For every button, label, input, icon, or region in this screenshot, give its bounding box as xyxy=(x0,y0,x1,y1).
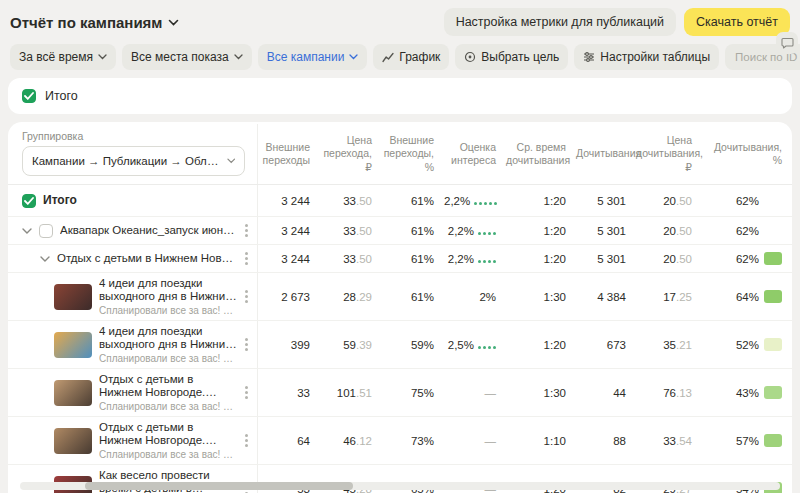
metric-cell: 61% xyxy=(382,225,444,237)
row-menu-button[interactable] xyxy=(244,288,249,305)
metric-cell: 5 301 xyxy=(576,195,636,207)
metric-cell: 20.50 xyxy=(636,195,702,207)
row-title: 4 идеи для поездки выходного дня в Нижни… xyxy=(99,325,237,351)
row-title: Отдых с детьми в Нижнем Новгороде. Успет… xyxy=(99,421,237,447)
metric-cell: 75% xyxy=(382,387,444,399)
row-menu-button[interactable] xyxy=(244,384,249,401)
top-bar: Отчёт по кампаниям Настройка метрики для… xyxy=(0,0,800,40)
metric-cell: 33.54 xyxy=(636,435,702,447)
chat-button[interactable] xyxy=(776,32,798,54)
metric-cell: 1:20 xyxy=(506,253,576,265)
metric-cell: 17.25 xyxy=(636,291,702,303)
row-menu-button[interactable] xyxy=(244,336,249,353)
metric-cell: 2,2% xyxy=(444,253,506,265)
metric-cell: 1:20 xyxy=(506,339,576,351)
row-menu-button[interactable] xyxy=(244,250,249,267)
metric-cell: 673 xyxy=(576,339,636,351)
scrollbar-thumb[interactable] xyxy=(85,482,353,490)
metric-cell: 33.50 xyxy=(320,225,382,237)
metric-cell: 1:20 xyxy=(506,225,576,237)
metric-cell: 2,2% xyxy=(444,195,506,207)
horizontal-scrollbar xyxy=(20,482,780,490)
metrics-settings-button[interactable]: Настройка метрики для публикаций xyxy=(444,8,676,36)
row-name-cell: Отдых с детьми в Нижнем Новгороде. Успет… xyxy=(8,369,258,416)
metric-cell: 59.39 xyxy=(320,339,382,351)
metric-cell: 2,2% xyxy=(444,225,506,237)
total-legend-label: Итого xyxy=(45,89,78,103)
metric-cell: 62% xyxy=(702,252,792,265)
row-subtitle: Спланировали все за вас! Список самых кр… xyxy=(99,305,237,316)
metric-cell: 2 673 xyxy=(258,291,320,303)
metric-cell: 46.12 xyxy=(320,435,382,447)
metric-cell: 399 xyxy=(258,339,320,351)
metric-cell: 57% xyxy=(702,434,792,447)
table-row[interactable]: Отдых с детьми в Нижнем Новгороде. Успет… xyxy=(8,245,792,273)
cover-thumbnail xyxy=(54,284,92,310)
metric-cell: 1:30 xyxy=(506,291,576,303)
readthrough-bar xyxy=(764,224,782,237)
metric-cell: 61% xyxy=(382,195,444,207)
metric-cell: 1:10 xyxy=(506,435,576,447)
metric-cell: 28.29 xyxy=(320,291,382,303)
metric-cell: 101.51 xyxy=(320,387,382,399)
readthrough-bar xyxy=(764,194,782,207)
cover-thumbnail xyxy=(54,332,92,358)
metric-cell: 5 301 xyxy=(576,253,636,265)
row-checkbox[interactable] xyxy=(22,194,36,208)
metric-cell: 59% xyxy=(382,339,444,351)
row-name-cell: 4 идеи для поездки выходного дня в Нижни… xyxy=(8,273,258,320)
metric-cell: 3 244 xyxy=(258,195,320,207)
row-title: Итого xyxy=(43,194,249,207)
chart-toggle-button[interactable]: График xyxy=(373,44,449,70)
table-row[interactable]: 4 идеи для поездки выходного дня в Нижни… xyxy=(8,273,792,321)
total-filter-checkbox[interactable] xyxy=(22,89,36,103)
table-row[interactable]: Отдых с детьми в Нижнем Новгороде. Успет… xyxy=(8,417,792,465)
metric-cell: 88 xyxy=(576,435,636,447)
readthrough-bar xyxy=(764,252,782,265)
table-settings-button[interactable]: Настройки таблицы xyxy=(574,44,719,70)
interest-dots xyxy=(474,202,497,205)
table-row[interactable]: Отдых с детьми в Нижнем Новгороде. Успет… xyxy=(8,369,792,417)
metric-cell: 43% xyxy=(702,386,792,399)
metric-cell: 33 xyxy=(258,387,320,399)
metric-cell: 73% xyxy=(382,435,444,447)
expand-chevron-icon[interactable] xyxy=(22,228,32,234)
column-header: Цена перехода, ₽ xyxy=(320,126,382,181)
metric-cell: 52% xyxy=(702,338,792,351)
metric-cell: 61% xyxy=(382,291,444,303)
row-subtitle: Спланировали все за вас! Список самых кр… xyxy=(99,353,237,364)
row-name-cell: Аквапарк Океанис_запуск июнь 25 xyxy=(8,217,258,244)
goal-select-button[interactable]: Выбрать цель xyxy=(455,44,568,70)
download-report-button[interactable]: Скачать отчёт xyxy=(684,8,790,36)
sliders-icon xyxy=(583,51,595,63)
metric-cell: 20.50 xyxy=(636,253,702,265)
table-row[interactable]: Итого3 24433.5061%2,2%1:205 30120.5062% xyxy=(8,185,792,217)
metric-cell: 1:20 xyxy=(506,195,576,207)
column-header: Ср. время дочитывания xyxy=(506,133,576,175)
metric-cell: 64 xyxy=(258,435,320,447)
metric-cell: 76.13 xyxy=(636,387,702,399)
row-subtitle: Спланировали все за вас! Список самых кр… xyxy=(99,449,237,460)
column-header: Внешние переходы xyxy=(258,133,320,175)
row-title: Отдых с детьми в Нижнем Новгороде. Успет… xyxy=(57,252,237,265)
target-icon xyxy=(464,51,476,63)
metric-cell: 64% xyxy=(702,290,792,303)
row-title: 4 идеи для поездки выходного дня в Нижни… xyxy=(99,277,237,303)
expand-chevron-icon[interactable] xyxy=(40,256,50,262)
filters-bar: За всё время Все места показа Все кампан… xyxy=(0,40,800,78)
table-row[interactable]: 4 идеи для поездки выходного дня в Нижни… xyxy=(8,321,792,369)
grouping-select[interactable]: Кампании → Публикации → Обложки xyxy=(22,146,245,176)
table-header-row: Группировка Кампании → Публикации → Обло… xyxy=(8,124,792,185)
row-menu-button[interactable] xyxy=(244,222,249,239)
chevron-down-icon xyxy=(349,54,358,60)
placements-filter[interactable]: Все места показа xyxy=(122,44,252,70)
table-row[interactable]: Аквапарк Океанис_запуск июнь 253 24433.5… xyxy=(8,217,792,245)
campaigns-filter[interactable]: Все кампании xyxy=(258,44,368,70)
row-checkbox[interactable] xyxy=(39,224,53,238)
period-filter[interactable]: За всё время xyxy=(10,44,116,70)
readthrough-bar xyxy=(764,338,782,351)
report-title-dropdown[interactable]: Отчёт по кампаниям xyxy=(10,14,179,31)
row-menu-button[interactable] xyxy=(244,432,249,449)
metric-cell: 33.50 xyxy=(320,195,382,207)
metric-cell: 5 301 xyxy=(576,225,636,237)
